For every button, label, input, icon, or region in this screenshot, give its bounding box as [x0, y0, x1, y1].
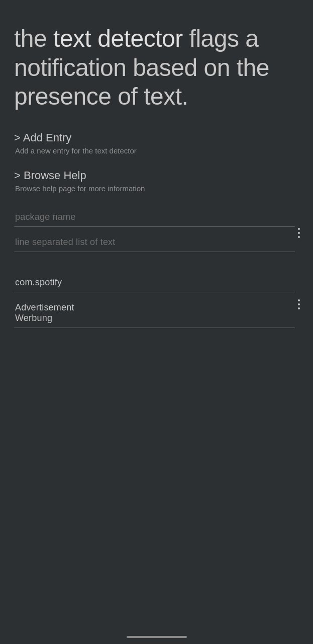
text-list-input-1[interactable]	[14, 233, 295, 252]
bottom-indicator	[127, 636, 187, 638]
add-entry-link[interactable]: > Add Entry Add a new entry for the text…	[14, 131, 299, 155]
add-entry-description: Add a new entry for the text detector	[14, 146, 299, 155]
entries-section: Advertisement Werbung	[14, 208, 299, 336]
entry-fields-2: Advertisement Werbung	[14, 273, 295, 336]
package-name-input-1[interactable]	[14, 208, 295, 227]
entry-row-1	[14, 208, 299, 258]
dot-3	[298, 236, 300, 238]
dot-6	[298, 307, 300, 309]
add-entry-title: > Add Entry	[14, 131, 299, 144]
entry-card-1	[14, 208, 299, 258]
dot-5	[298, 303, 300, 305]
dot-1	[298, 228, 300, 230]
package-name-input-2[interactable]	[14, 273, 295, 292]
more-options-button-2[interactable]	[294, 295, 304, 313]
more-options-button-1[interactable]	[294, 224, 304, 242]
hero-text-highlight: text detector	[53, 25, 183, 52]
browse-help-description: Browse help page for more information	[14, 184, 299, 193]
entry-fields-1	[14, 208, 295, 258]
browse-help-link[interactable]: > Browse Help Browse help page for more …	[14, 169, 299, 193]
hero-text-before: the	[14, 25, 53, 52]
entry-row-2: Advertisement Werbung	[14, 273, 299, 336]
entry-card-2: Advertisement Werbung	[14, 273, 299, 336]
bottom-bar	[0, 630, 313, 644]
hero-title: the text detector flags a notification b…	[14, 24, 299, 111]
browse-help-title: > Browse Help	[14, 169, 299, 182]
actions-section: > Add Entry Add a new entry for the text…	[14, 131, 299, 193]
dot-2	[298, 232, 300, 234]
dot-4	[298, 299, 300, 301]
main-container: the text detector flags a notification b…	[0, 0, 313, 371]
text-list-input-2[interactable]: Advertisement Werbung	[14, 298, 295, 328]
